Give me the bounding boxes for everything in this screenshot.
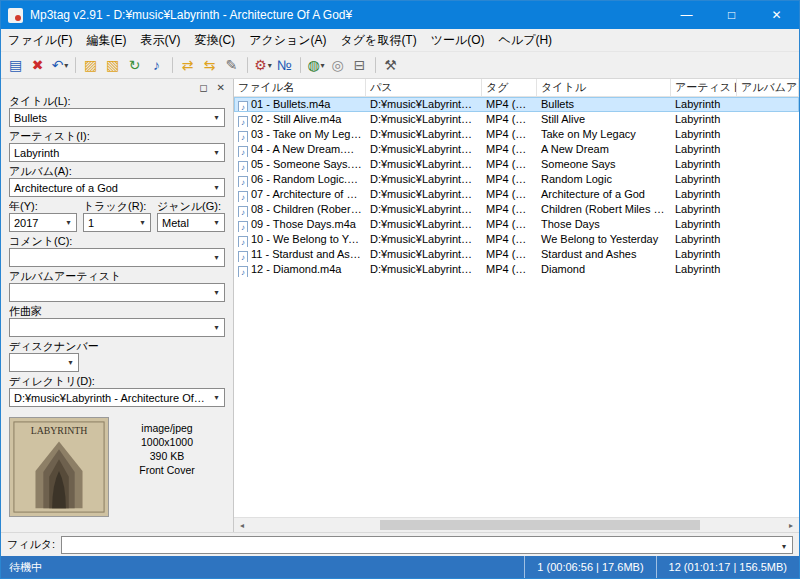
albumartist-cell[interactable] [737,112,799,127]
artist-cell[interactable]: Labyrinth [671,127,737,142]
filename-cell[interactable]: ♪09 - Those Days.m4a [234,217,366,232]
tag-cell[interactable]: MP4 (MP4) [482,142,537,157]
year-combo[interactable]: 2017 [9,213,77,232]
file-row[interactable]: ♪08 - Children (Robert Mi... D:¥music¥La… [234,202,799,217]
title-cell[interactable]: Children (Robert Miles cover) [537,202,671,217]
albumartist-cell[interactable] [737,97,799,112]
add-directory-icon[interactable]: ▧ [102,54,124,76]
title-cell[interactable]: Those Days [537,217,671,232]
filename-cell[interactable]: ♪07 - Architecture of a G... [234,187,366,202]
tag-cell[interactable]: MP4 (MP4) [482,157,537,172]
tag-cell[interactable]: MP4 (MP4) [482,172,537,187]
title-cell[interactable]: Diamond [537,262,671,277]
title-cell[interactable]: A New Dream [537,142,671,157]
albumartist-cell[interactable] [737,187,799,202]
title-cell[interactable]: Architecture of a God [537,187,671,202]
tag-cell[interactable]: MP4 (MP4) [482,217,537,232]
file-row[interactable]: ♪09 - Those Days.m4a D:¥music¥Labyrinth … [234,217,799,232]
path-cell[interactable]: D:¥music¥Labyrinth - Ar... [366,202,482,217]
artist-cell[interactable]: Labyrinth [671,112,737,127]
path-cell[interactable]: D:¥music¥Labyrinth - Ar... [366,97,482,112]
title-cell[interactable]: Bullets [537,97,671,112]
combo-arrow-icon[interactable] [63,354,78,371]
composer-combo[interactable] [9,318,225,337]
combo-arrow-icon[interactable] [209,284,224,301]
tag-cell[interactable]: MP4 (MP4) [482,262,537,277]
albumartist-cell[interactable] [737,247,799,262]
combo-arrow-icon[interactable] [135,214,150,231]
tag-cell[interactable]: MP4 (MP4) [482,97,537,112]
artist-cell[interactable]: Labyrinth [671,217,737,232]
toolbar-button[interactable] [172,57,173,73]
menu-help[interactable]: ヘルプ(H) [492,30,560,51]
horizontal-scrollbar[interactable]: ◂ ▸ [234,517,799,532]
artist-combo[interactable]: Labyrinth [9,143,225,162]
artist-cell[interactable]: Labyrinth [671,247,737,262]
combo-arrow-icon[interactable] [209,214,224,231]
albumartist-cell[interactable] [737,232,799,247]
file-row[interactable]: ♪05 - Someone Says.m4a D:¥music¥Labyrint… [234,157,799,172]
playlist-icon[interactable]: ♪ [146,54,168,76]
column-artist[interactable]: アーティスト [671,79,737,96]
filename-cell[interactable]: ♪03 - Take on My Legacy... [234,127,366,142]
title-cell[interactable]: Still Alive [537,112,671,127]
albumartist-cell[interactable] [737,262,799,277]
artist-cell[interactable]: Labyrinth [671,142,737,157]
combo-arrow-icon[interactable] [209,389,224,406]
tag-cell[interactable]: MP4 (MP4) [482,202,537,217]
column-path[interactable]: パス [366,79,482,96]
filter-dropdown-icon[interactable] [776,539,792,551]
refresh-icon[interactable]: ↻ [124,54,146,76]
albumartist-cell[interactable] [737,217,799,232]
scrollbar-thumb[interactable] [380,520,700,530]
convert-textfile-tag-icon[interactable]: ✎ [221,54,243,76]
path-cell[interactable]: D:¥music¥Labyrinth - Ar... [366,247,482,262]
filename-cell[interactable]: ♪02 - Still Alive.m4a [234,112,366,127]
artist-cell[interactable]: Labyrinth [671,202,737,217]
title-combo[interactable]: Bullets [9,108,225,127]
album-cover-image[interactable]: LABYRINTH [9,417,109,517]
save-tag-icon[interactable]: ▤ [5,54,27,76]
panel-close-icon[interactable]: ✕ [217,82,225,93]
file-row[interactable]: ♪06 - Random Logic.m4a D:¥music¥Labyrint… [234,172,799,187]
artist-cell[interactable]: Labyrinth [671,157,737,172]
title-cell[interactable]: Take on My Legacy [537,127,671,142]
artist-cell[interactable]: Labyrinth [671,232,737,247]
tag-cell[interactable]: MP4 (MP4) [482,232,537,247]
combo-arrow-icon[interactable] [209,319,224,336]
tag-cell[interactable]: MP4 (MP4) [482,187,537,202]
combo-arrow-icon[interactable] [209,179,224,196]
albumartist-cell[interactable] [737,172,799,187]
file-row[interactable]: ♪03 - Take on My Legacy... D:¥music¥Laby… [234,127,799,142]
change-directory-icon[interactable]: ▨ [80,54,102,76]
print-icon[interactable]: ⊟ [349,54,371,76]
maximize-button[interactable]: □ [709,1,754,29]
filename-cell[interactable]: ♪12 - Diamond.m4a [234,262,366,277]
convert-filename-tag-icon[interactable]: ⇆ [199,54,221,76]
filename-cell[interactable]: ♪05 - Someone Says.m4a [234,157,366,172]
path-cell[interactable]: D:¥music¥Labyrinth - Ar... [366,262,482,277]
albumartist-combo[interactable] [9,283,225,302]
panel-pin-icon[interactable]: ◻ [199,82,207,93]
scrollbar-track[interactable] [250,518,783,532]
file-row[interactable]: ♪02 - Still Alive.m4a D:¥music¥Labyrinth… [234,112,799,127]
path-cell[interactable]: D:¥music¥Labyrinth - Ar... [366,187,482,202]
combo-arrow-icon[interactable] [61,214,76,231]
close-button[interactable]: ✕ [754,1,799,29]
artist-cell[interactable]: Labyrinth [671,187,737,202]
combo-arrow-icon[interactable] [209,249,224,266]
combo-arrow-icon[interactable] [209,144,224,161]
comment-combo[interactable] [9,248,225,267]
filename-cell[interactable]: ♪08 - Children (Robert Mi... [234,202,366,217]
directory-combo[interactable]: D:¥music¥Labyrinth - Architecture Of A G… [9,388,225,407]
filename-cell[interactable]: ♪04 - A New Dream.m4a [234,142,366,157]
column-filename[interactable]: ファイル名 [234,79,366,96]
column-title[interactable]: タイトル [537,79,671,96]
title-cell[interactable]: Someone Says [537,157,671,172]
autonumbering-wizard-icon[interactable]: № [274,54,296,76]
menu-convert[interactable]: 変換(C) [187,30,242,51]
title-cell[interactable]: We Belong to Yesterday [537,232,671,247]
toolbar-button[interactable] [375,57,376,73]
album-combo[interactable]: Architecture of a God [9,178,225,197]
cd-icon[interactable]: ◎ [327,54,349,76]
